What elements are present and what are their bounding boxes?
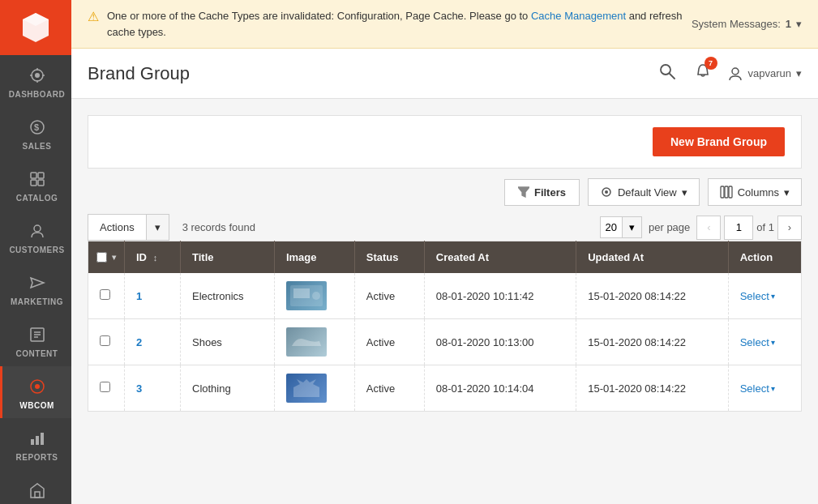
page-number-input[interactable]	[724, 216, 753, 240]
catalog-icon	[28, 170, 46, 190]
svg-text:$: $	[34, 122, 39, 132]
row-image-thumb	[286, 374, 327, 403]
row-created-at: 08-01-2020 10:11:42	[424, 273, 576, 319]
row-id-link[interactable]: 3	[136, 382, 142, 395]
row-id: 1	[125, 273, 181, 319]
columns-chevron-icon: ▾	[784, 186, 790, 199]
checkbox-chevron-icon[interactable]: ▾	[112, 253, 116, 262]
table-row: 3 Clothing Active 08-01-2020 10:14:04 15…	[88, 365, 802, 412]
row-select-button[interactable]: Select ▾	[740, 290, 775, 302]
select-all-checkbox[interactable]	[96, 252, 107, 263]
svg-rect-22	[41, 433, 44, 445]
svg-rect-11	[38, 180, 44, 186]
table-row: 2 Shoes Active 08-01-2020 10:13:00 15-01…	[88, 319, 802, 365]
brand-group-table: ▾ ID ↕ Title Image Status Created At Upd…	[88, 241, 802, 412]
svg-marker-27	[518, 187, 529, 197]
id-sort-icon[interactable]: ↕	[153, 253, 158, 263]
row-created-at: 08-01-2020 10:14:04	[424, 365, 576, 412]
per-page-chevron-icon[interactable]: ▾	[622, 217, 641, 237]
notification-count: 7	[705, 57, 717, 70]
column-updated-at: Updated At	[576, 241, 728, 274]
row-updated-at: 15-01-2020 08:14:22	[576, 319, 728, 365]
sidebar-item-content[interactable]: CONTENT	[0, 314, 71, 366]
svg-rect-32	[729, 186, 732, 198]
row-action: Select ▾	[728, 365, 801, 412]
notifications-button[interactable]: 7	[692, 60, 714, 87]
prev-page-button[interactable]: ‹	[696, 216, 721, 240]
row-checkbox[interactable]	[100, 382, 110, 392]
sidebar-item-label: WBCOM	[19, 401, 54, 410]
sidebar-item-reports[interactable]: REPORTS	[0, 418, 71, 470]
sidebar-item-dashboard[interactable]: DASHBOARD	[0, 55, 71, 107]
row-id-link[interactable]: 2	[136, 336, 142, 348]
row-title: Clothing	[181, 365, 275, 412]
view-chevron-icon: ▾	[682, 186, 687, 199]
sidebar-item-marketing[interactable]: MARKETING	[0, 263, 71, 314]
system-notification-bar: ⚠ One or more of the Cache Types are inv…	[71, 0, 818, 49]
filter-row: Filters Default View ▾ Columns ▾	[88, 169, 802, 214]
row-image	[274, 319, 354, 365]
column-id: ID ↕	[125, 241, 181, 274]
actions-dropdown[interactable]: Actions ▾	[88, 214, 169, 241]
page-title: Brand Group	[88, 63, 190, 84]
records-found: 3 records found	[182, 221, 255, 233]
reports-icon	[28, 429, 46, 450]
sidebar-item-stores[interactable]: STORES	[0, 470, 71, 504]
svg-point-19	[35, 384, 40, 389]
table-header-row: ▾ ID ↕ Title Image Status Created At Upd…	[88, 241, 802, 274]
sidebar: DASHBOARD $ SALES CATALOG CUSTOMERS MARK…	[0, 0, 71, 504]
actions-chevron-icon[interactable]: ▾	[146, 215, 169, 240]
sidebar-item-sales[interactable]: $ SALES	[0, 107, 71, 159]
cache-management-link[interactable]: Cache Management	[531, 10, 626, 22]
search-button[interactable]	[656, 60, 679, 87]
main-content: ⚠ One or more of the Cache Types are inv…	[71, 0, 818, 504]
column-status: Status	[354, 241, 424, 274]
user-chevron-icon: ▾	[796, 67, 802, 79]
column-checkbox: ▾	[88, 241, 125, 274]
sidebar-logo[interactable]	[0, 0, 71, 55]
per-page-control[interactable]: 20 ▾	[600, 216, 642, 238]
svg-rect-8	[31, 173, 36, 178]
column-action: Action	[728, 241, 801, 274]
sidebar-item-label: CATALOG	[16, 194, 58, 203]
row-checkbox[interactable]	[100, 335, 110, 346]
row-title: Shoes	[181, 319, 275, 365]
user-menu-button[interactable]: vapvarun ▾	[727, 66, 802, 82]
notification-content: ⚠ One or more of the Cache Types are inv…	[88, 8, 692, 40]
svg-point-24	[661, 65, 670, 75]
sidebar-item-label: MARKETING	[11, 297, 63, 306]
system-messages: System Messages: 1 ▾	[692, 18, 802, 30]
marketing-icon	[28, 274, 46, 294]
sales-icon: $	[28, 118, 46, 139]
row-id-link[interactable]: 1	[136, 290, 142, 302]
sidebar-item-wbcom[interactable]: WBCOM	[0, 366, 71, 418]
row-status: Active	[354, 319, 424, 365]
filters-button[interactable]: Filters	[504, 179, 580, 206]
sidebar-item-customers[interactable]: CUSTOMERS	[0, 211, 71, 263]
table-row: 1 Electronics Active 08-01-2020 10:11:42…	[88, 273, 802, 319]
sidebar-item-label: SALES	[23, 142, 52, 151]
pagination-row: Actions ▾ 3 records found 20 ▾ per page …	[88, 214, 802, 241]
notification-text: One or more of the Cache Types are inval…	[107, 8, 692, 40]
row-checkbox-cell	[88, 273, 125, 319]
sidebar-item-catalog[interactable]: CATALOG	[0, 159, 71, 211]
columns-button[interactable]: Columns ▾	[708, 178, 802, 206]
row-image	[274, 273, 354, 319]
row-updated-at: 15-01-2020 08:14:22	[576, 365, 728, 412]
row-select-button[interactable]: Select ▾	[740, 336, 775, 348]
row-image	[274, 365, 354, 412]
next-page-button[interactable]: ›	[777, 216, 802, 240]
new-brand-group-button[interactable]: New Brand Group	[653, 127, 785, 156]
row-checkbox[interactable]	[100, 289, 110, 300]
content-area: New Brand Group Filters Default View ▾ C…	[71, 99, 818, 504]
column-image: Image	[274, 241, 354, 274]
user-name: vapvarun	[748, 67, 791, 79]
svg-point-12	[34, 225, 41, 232]
chevron-down-icon[interactable]: ▾	[796, 18, 802, 30]
default-view-button[interactable]: Default View ▾	[588, 178, 700, 206]
row-select-button[interactable]: Select ▾	[740, 382, 775, 395]
row-checkbox-cell	[88, 365, 125, 412]
select-chevron-icon: ▾	[771, 292, 775, 301]
svg-point-35	[312, 292, 320, 300]
sidebar-item-label: REPORTS	[16, 453, 58, 462]
